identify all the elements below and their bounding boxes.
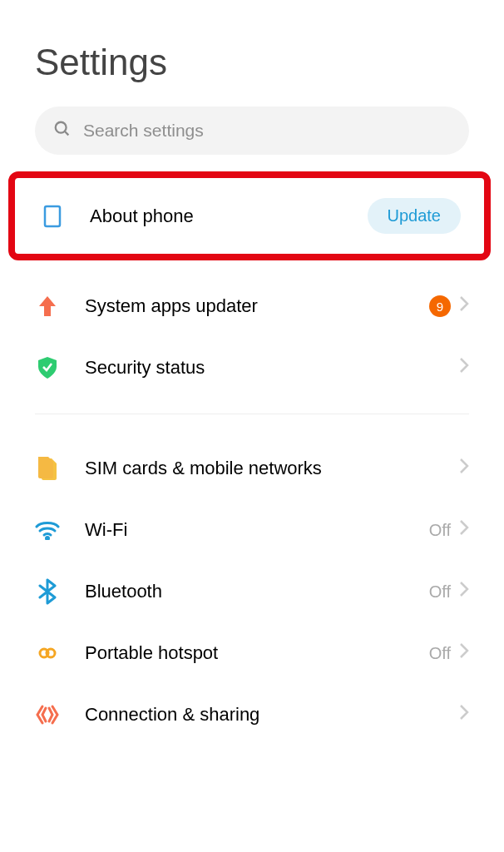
search-bar[interactable]: Search settings (35, 106, 469, 155)
wifi-icon (35, 518, 60, 542)
svg-line-1 (65, 131, 69, 136)
settings-item-hotspot[interactable]: Portable hotspot Off (0, 622, 504, 684)
status-text: Off (429, 644, 451, 663)
highlight-annotation: About phone Update (8, 171, 491, 260)
connection-icon (35, 702, 60, 727)
settings-item-connection[interactable]: Connection & sharing (0, 684, 504, 746)
update-badge[interactable]: Update (368, 198, 462, 234)
shield-check-icon (35, 355, 60, 380)
status-text: Off (429, 582, 451, 602)
chevron-right-icon (459, 458, 469, 479)
arrow-up-icon (35, 294, 60, 319)
chevron-right-icon (459, 642, 469, 664)
count-badge: 9 (429, 295, 451, 317)
chevron-right-icon (459, 704, 469, 726)
item-label: SIM cards & mobile networks (85, 458, 459, 479)
settings-item-sim[interactable]: SIM cards & mobile networks (0, 438, 504, 499)
item-label: Wi-Fi (85, 519, 429, 541)
chevron-right-icon (459, 357, 469, 379)
item-label: Security status (85, 357, 459, 379)
search-icon (53, 120, 72, 141)
settings-item-security[interactable]: Security status (0, 337, 504, 399)
settings-item-bluetooth[interactable]: Bluetooth Off (0, 561, 504, 622)
page-title: Settings (0, 0, 504, 106)
item-label: Portable hotspot (85, 642, 429, 664)
hotspot-icon (35, 641, 60, 666)
svg-point-0 (56, 122, 67, 133)
chevron-right-icon (459, 295, 469, 317)
sim-card-icon (35, 456, 60, 481)
settings-item-system-apps[interactable]: System apps updater 9 (0, 275, 504, 337)
settings-item-about-phone[interactable]: About phone Update (40, 198, 461, 234)
item-label: Connection & sharing (85, 704, 459, 726)
item-label: Bluetooth (85, 581, 429, 602)
bluetooth-icon (35, 579, 60, 604)
chevron-right-icon (459, 519, 469, 541)
chevron-right-icon (459, 581, 469, 602)
svg-point-5 (47, 649, 55, 657)
search-placeholder: Search settings (83, 121, 204, 141)
svg-point-3 (47, 537, 49, 540)
status-text: Off (429, 521, 451, 540)
item-label: System apps updater (85, 295, 429, 317)
svg-rect-2 (45, 206, 60, 226)
divider (35, 414, 469, 414)
item-label: About phone (90, 206, 368, 227)
settings-item-wifi[interactable]: Wi-Fi Off (0, 499, 504, 561)
phone-icon (40, 204, 65, 229)
